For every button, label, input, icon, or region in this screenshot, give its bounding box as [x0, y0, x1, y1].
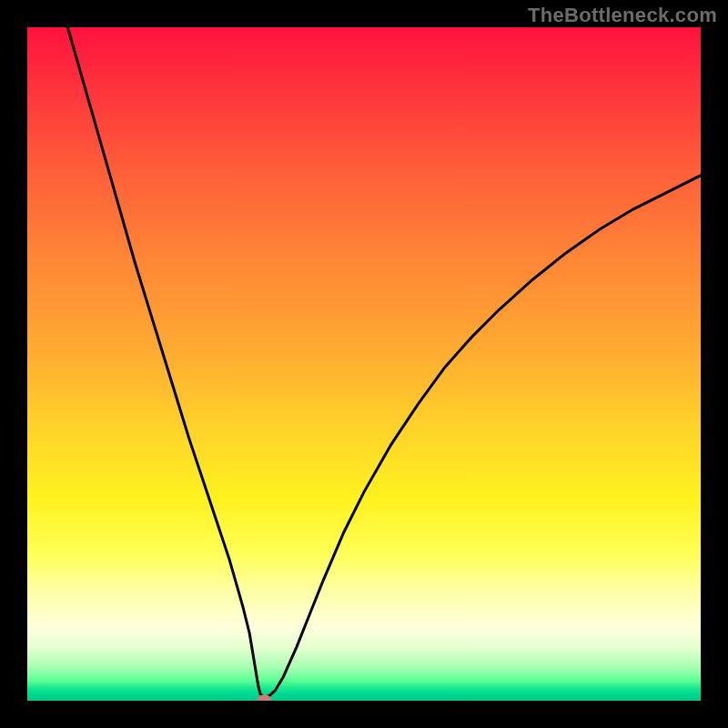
curve-layer — [27, 27, 701, 701]
plot-area — [27, 27, 701, 701]
watermark-text: TheBottleneck.com — [528, 4, 717, 27]
bottleneck-curve — [67, 27, 701, 697]
chart-container: TheBottleneck.com — [0, 0, 728, 728]
